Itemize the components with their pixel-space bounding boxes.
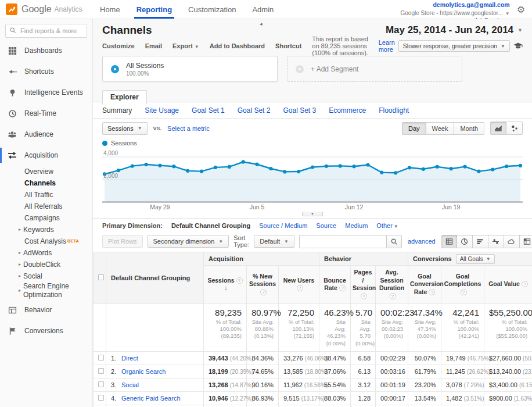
tab-explorer[interactable]: Explorer xyxy=(102,90,147,105)
data-point[interactable] xyxy=(297,170,300,173)
data-point[interactable] xyxy=(269,167,272,170)
top-nav-admin[interactable]: Admin xyxy=(244,0,282,19)
data-point[interactable] xyxy=(519,164,522,167)
select-metric-link[interactable]: Select a metric xyxy=(167,125,210,132)
data-point[interactable] xyxy=(311,165,314,169)
row-checkbox[interactable] xyxy=(98,355,104,360)
learn-more-link[interactable]: Learn more xyxy=(379,39,395,53)
sidebar-search[interactable] xyxy=(5,24,87,38)
data-point[interactable] xyxy=(505,165,508,168)
help-icon[interactable]: ? xyxy=(236,277,243,284)
mortarboard-icon[interactable] xyxy=(513,41,523,51)
data-point[interactable] xyxy=(463,165,466,168)
data-point[interactable] xyxy=(200,170,203,173)
data-point[interactable] xyxy=(228,165,231,169)
sidebar-item-cost-analysis[interactable]: Cost AnalysisBETA xyxy=(0,235,92,247)
performance-view-button[interactable] xyxy=(473,235,488,248)
sidebar-item-all-traffic[interactable]: All Traffic xyxy=(0,189,92,201)
row-checkbox[interactable] xyxy=(98,395,104,401)
data-point[interactable] xyxy=(491,167,494,171)
top-nav-customization[interactable]: Customization xyxy=(180,0,244,19)
data-point[interactable] xyxy=(214,166,217,169)
data-point[interactable] xyxy=(172,165,175,168)
column-header-sessions[interactable]: Sessions?↓ xyxy=(204,266,247,304)
granularity-day-button[interactable]: Day xyxy=(402,122,426,135)
customize-button[interactable]: Customize xyxy=(102,42,135,49)
data-point[interactable] xyxy=(477,170,480,173)
column-header-pages-session[interactable]: Pages / Session? xyxy=(351,266,376,304)
date-range-selector[interactable]: May 25, 2014 - Jun 24, 2014▼ xyxy=(386,24,523,36)
explorer-link-goal-set-3[interactable]: Goal Set 3 xyxy=(283,106,316,115)
sidebar-item-social[interactable]: ▸Social xyxy=(0,270,92,282)
help-icon[interactable]: ? xyxy=(260,289,267,295)
chart-collapse-button[interactable]: ▼ xyxy=(302,212,323,216)
help-icon[interactable]: ? xyxy=(297,285,303,291)
dimension-other[interactable]: Other▼ xyxy=(376,222,398,229)
help-icon[interactable]: ? xyxy=(429,289,435,295)
term-cloud-view-button[interactable] xyxy=(504,235,520,248)
channel-link[interactable]: Generic Paid Search xyxy=(121,395,181,402)
sidebar-item-channels[interactable]: Channels xyxy=(0,177,92,189)
comparison-view-button[interactable] xyxy=(488,235,504,248)
data-point[interactable] xyxy=(436,165,439,169)
column-header-goal-completions[interactable]: Goal Completions? xyxy=(441,266,484,304)
sidebar-item-intelligence-events[interactable]: Intelligence Events xyxy=(0,82,92,103)
sidebar-item-audience[interactable]: Audience xyxy=(0,124,92,145)
search-input[interactable] xyxy=(19,27,83,35)
add-segment-button[interactable]: + Add Segment xyxy=(287,56,462,82)
sidebar-item-overview[interactable]: Overview xyxy=(0,166,92,177)
data-point[interactable] xyxy=(242,160,245,163)
export-button[interactable]: Export▼ xyxy=(172,42,199,49)
secondary-dimension-select[interactable]: Secondary dimension▼ xyxy=(148,235,229,248)
sidebar-item-search-engine-optimization[interactable]: ▸Search Engine Optimization xyxy=(0,282,92,299)
column-header-channel[interactable]: Default Channel Grouping xyxy=(106,252,204,304)
top-nav-home[interactable]: Home xyxy=(92,0,128,19)
sidebar-item-doubleclick[interactable]: ▸DoubleClick xyxy=(0,259,92,270)
channel-link[interactable]: Organic Search xyxy=(121,368,166,375)
plot-rows-button[interactable]: Plot Rows xyxy=(102,235,143,248)
data-point[interactable] xyxy=(255,162,258,166)
add-to-dashboard-button[interactable]: Add to Dashboard xyxy=(210,42,265,49)
sort-type-select[interactable]: Default▼ xyxy=(254,235,294,248)
channel-link[interactable]: Direct xyxy=(121,355,138,362)
row-checkbox[interactable] xyxy=(98,381,104,387)
dimension-medium[interactable]: Medium xyxy=(345,222,368,229)
precision-selector[interactable]: Slower response, greater precision▼ xyxy=(398,40,510,52)
column-header-goal-value[interactable]: Goal Value? xyxy=(484,266,532,304)
granularity-month-button[interactable]: Month xyxy=(454,122,484,135)
all-goals-select[interactable]: All Goals▼ xyxy=(456,254,495,264)
dimension-default-channel-grouping[interactable]: Default Channel Grouping xyxy=(171,222,250,229)
column-header-bounce-rate[interactable]: Bounce Rate? xyxy=(319,266,351,304)
granularity-week-button[interactable]: Week xyxy=(426,122,455,135)
sidebar-item-behavior[interactable]: Behavior xyxy=(0,299,92,320)
shortcut-button[interactable]: Shortcut xyxy=(275,42,301,49)
sidebar-item-keywords[interactable]: ▸Keywords xyxy=(0,224,92,235)
help-icon[interactable]: ? xyxy=(339,285,346,291)
sidebar-item-real-time[interactable]: Real-Time xyxy=(0,103,92,124)
pivot-view-button[interactable] xyxy=(520,235,532,248)
segment-all-sessions[interactable]: All Sessions 100.00% xyxy=(102,56,278,82)
data-point[interactable] xyxy=(422,167,425,171)
help-icon[interactable]: ? xyxy=(522,281,528,287)
channel-link[interactable]: Social xyxy=(121,381,139,388)
sidebar-item-acquisition[interactable]: Acquisition xyxy=(0,145,92,166)
table-search-button[interactable] xyxy=(386,235,402,248)
metric-select[interactable]: Sessions▼ xyxy=(102,122,148,135)
data-point[interactable] xyxy=(366,163,369,166)
sidebar-item-campaigns[interactable]: Campaigns xyxy=(0,212,92,224)
column-header-new-sessions[interactable]: % New Sessions? xyxy=(247,266,279,304)
explorer-link-ecommerce[interactable]: Ecommerce xyxy=(329,106,366,115)
column-header-session-duration[interactable]: Avg. Session Duration? xyxy=(376,266,408,304)
data-point[interactable] xyxy=(186,169,189,173)
email-button[interactable]: Email xyxy=(145,42,162,49)
data-point[interactable] xyxy=(394,171,397,174)
explorer-link-goal-set-1[interactable]: Goal Set 1 xyxy=(192,106,225,115)
percentage-view-button[interactable] xyxy=(457,235,473,248)
account-switcher[interactable]: demolytics.ga@gmail.com Google Store - h… xyxy=(401,0,513,19)
explorer-link-goal-set-2[interactable]: Goal Set 2 xyxy=(238,106,271,115)
data-point[interactable] xyxy=(325,165,328,168)
data-point[interactable] xyxy=(339,164,342,167)
select-all-checkbox[interactable] xyxy=(98,274,104,280)
data-point[interactable] xyxy=(145,163,148,166)
gear-icon[interactable]: ⚙ xyxy=(513,0,532,19)
